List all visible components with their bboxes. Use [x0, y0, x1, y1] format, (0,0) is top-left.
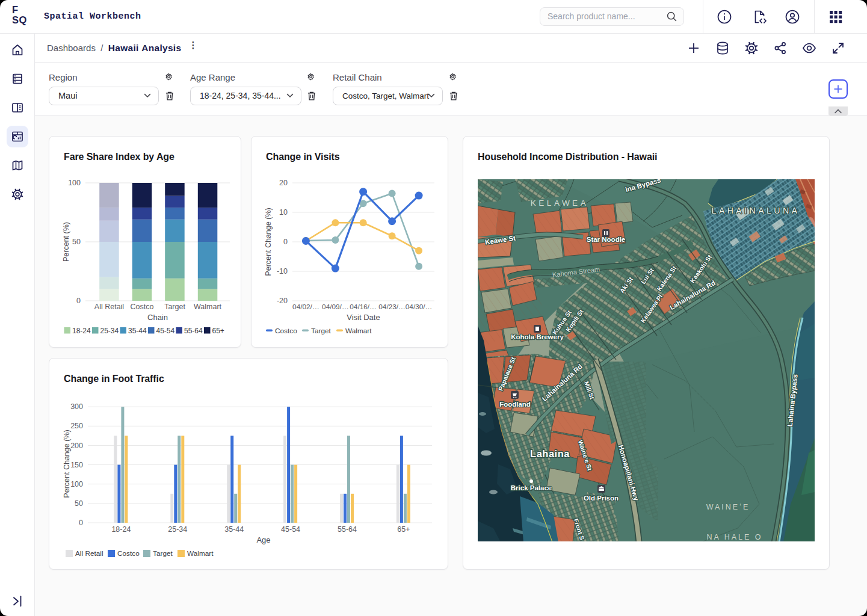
svg-text:Target: Target	[311, 327, 332, 335]
svg-text:Lahaina: Lahaina	[530, 448, 570, 459]
svg-text:Costco: Costco	[275, 327, 297, 335]
svg-text:Target: Target	[164, 303, 185, 311]
svg-text:All Retail: All Retail	[94, 303, 124, 311]
svg-text:65+: 65+	[397, 525, 410, 534]
svg-text:LAHAINALUNA: LAHAINALUNA	[712, 206, 800, 215]
svg-text:50: 50	[72, 238, 81, 246]
svg-text:55-64: 55-64	[184, 327, 203, 335]
svg-text:100: 100	[68, 179, 81, 187]
svg-text:04/02/…: 04/02/…	[292, 303, 319, 311]
svg-text:NA HALE O: NA HALE O	[707, 533, 763, 541]
svg-text:0: 0	[79, 519, 83, 527]
svg-text:50: 50	[75, 499, 83, 508]
svg-text:25-34: 25-34	[100, 327, 119, 335]
svg-text:Percent Change (%): Percent Change (%)	[63, 430, 71, 497]
svg-text:150: 150	[70, 461, 83, 469]
svg-text:35-44: 35-44	[224, 525, 244, 534]
svg-text:200: 200	[70, 442, 83, 450]
svg-text:10: 10	[279, 208, 288, 217]
svg-text:45-54: 45-54	[281, 525, 300, 534]
svg-text:04/30/…: 04/30/…	[406, 303, 433, 311]
svg-text:18-24: 18-24	[111, 525, 131, 534]
svg-text:Visit Date: Visit Date	[347, 313, 380, 322]
svg-text:18-24: 18-24	[72, 327, 91, 335]
svg-text:Costco: Costco	[131, 303, 154, 311]
svg-text:Old Prison: Old Prison	[584, 494, 619, 502]
svg-text:20: 20	[279, 179, 288, 187]
svg-text:Walmart: Walmart	[194, 303, 222, 311]
svg-text:-20: -20	[277, 297, 288, 305]
svg-text:45-54: 45-54	[156, 327, 175, 335]
svg-text:Percent (%): Percent (%)	[62, 222, 70, 262]
svg-text:Brick Palace: Brick Palace	[511, 484, 552, 491]
svg-text:04/16/…: 04/16/…	[350, 303, 377, 311]
svg-text:Costco: Costco	[117, 549, 140, 558]
svg-text:Walmart: Walmart	[345, 327, 372, 335]
svg-text:25-34: 25-34	[168, 525, 187, 534]
svg-text:Target: Target	[153, 549, 173, 558]
svg-text:Percent Change (%): Percent Change (%)	[264, 208, 273, 276]
svg-text:0: 0	[283, 238, 288, 246]
svg-text:-10: -10	[277, 267, 288, 276]
svg-text:04/23/…: 04/23/…	[378, 303, 406, 311]
svg-text:0: 0	[76, 297, 81, 305]
svg-text:04/09/…: 04/09/…	[322, 303, 349, 311]
svg-text:35-44: 35-44	[128, 327, 147, 335]
svg-text:All Retail: All Retail	[75, 549, 103, 558]
svg-text:55-64: 55-64	[338, 525, 357, 534]
svg-text:100: 100	[70, 480, 83, 488]
svg-text:KELAWEA: KELAWEA	[531, 199, 588, 208]
svg-text:Chain: Chain	[147, 313, 168, 322]
svg-text:300: 300	[70, 402, 83, 411]
svg-text:Foodland: Foodland	[499, 401, 531, 408]
svg-text:65+: 65+	[212, 327, 224, 335]
svg-text:Walmart: Walmart	[187, 549, 214, 558]
svg-text:WAINEʻE: WAINEʻE	[706, 503, 750, 511]
svg-text:Age: Age	[256, 535, 270, 544]
svg-text:250: 250	[70, 422, 83, 430]
